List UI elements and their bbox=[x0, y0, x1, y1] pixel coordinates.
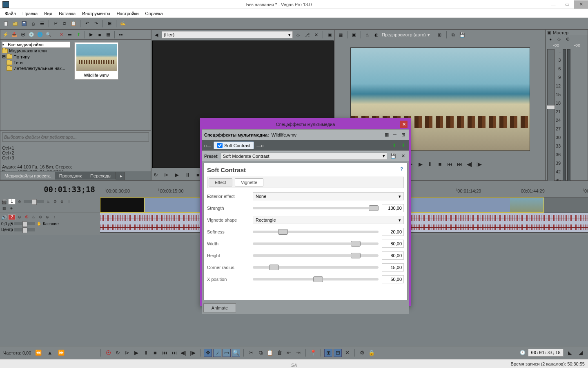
menu-tools[interactable]: Инструменты bbox=[79, 10, 114, 17]
record-button[interactable]: ⦿ bbox=[104, 349, 112, 357]
normal-tool-icon[interactable]: ✥ bbox=[204, 349, 212, 357]
prev-overlay-icon[interactable]: ⊞ bbox=[436, 31, 443, 38]
vol-slider[interactable] bbox=[14, 222, 35, 225]
pm-mode-icon[interactable]: ☷ bbox=[117, 31, 125, 38]
mute-icon[interactable]: ⊗ bbox=[59, 199, 65, 204]
help-icon[interactable]: ? bbox=[400, 166, 403, 171]
plugin-chip[interactable]: Soft Contrast bbox=[214, 141, 254, 149]
minimize-button[interactable]: — bbox=[546, 0, 560, 9]
view-mode-icon[interactable]: ▦ bbox=[383, 131, 390, 139]
transport-timecode[interactable]: 00:01:33;18 bbox=[528, 349, 564, 357]
quantize-icon[interactable]: ✕ bbox=[343, 349, 351, 357]
pv-goend-icon[interactable]: ⏭ bbox=[456, 160, 464, 168]
dialog-title-bar[interactable]: Спецэффекты мультимедиа ✕ bbox=[202, 119, 409, 129]
prev-ext-icon[interactable]: ▣ bbox=[350, 31, 358, 38]
redo-icon[interactable]: ↷ bbox=[92, 20, 100, 27]
paste-tool-icon[interactable]: 📋 bbox=[266, 349, 274, 357]
select-tool-icon[interactable]: ▭ bbox=[223, 349, 231, 357]
trim-start-icon[interactable]: ⇤ bbox=[285, 349, 293, 357]
marker-icon[interactable]: 📍 bbox=[309, 349, 317, 357]
snap-grid-icon[interactable]: ⊟ bbox=[334, 349, 342, 357]
pm-bolt-icon[interactable]: ⚡ bbox=[2, 31, 9, 38]
tree-item[interactable]: Медианакопители bbox=[2, 48, 70, 54]
tree-all-media[interactable]: ▪Все медиафайлы bbox=[2, 41, 70, 48]
trim-del-icon[interactable]: ✕ bbox=[312, 31, 320, 38]
fx-dialog[interactable]: Спецэффекты мультимедиа ✕ Спецэффекты му… bbox=[200, 118, 411, 306]
tab-transitions[interactable]: Переходы bbox=[86, 172, 116, 180]
solo-icon[interactable]: ! bbox=[66, 199, 72, 204]
dialog-close-button[interactable]: ✕ bbox=[400, 121, 408, 128]
mute-icon[interactable]: ⊗ bbox=[45, 214, 50, 220]
master-icon1[interactable]: ⬥ bbox=[547, 35, 554, 43]
pv-prevframe-icon[interactable]: ◀| bbox=[466, 160, 474, 168]
cut-icon[interactable]: ✂ bbox=[52, 20, 59, 27]
zoom-tool-icon[interactable]: 🔍 bbox=[232, 349, 240, 357]
shape-combo[interactable]: Rectangle▾ bbox=[253, 216, 404, 224]
go-end-button[interactable]: ⏭ bbox=[170, 349, 178, 357]
prev-quality[interactable]: Предпросмотр (авто) bbox=[382, 32, 426, 37]
animate-button[interactable]: Animate bbox=[203, 303, 236, 312]
pm-stop-icon[interactable]: ■ bbox=[96, 31, 103, 38]
timeline-timecode[interactable]: 00:01:33;18 bbox=[0, 181, 100, 197]
height-slider[interactable] bbox=[253, 254, 379, 257]
track-level-slider[interactable] bbox=[24, 200, 44, 203]
pm-props-icon[interactable]: ☰ bbox=[66, 31, 74, 38]
audio-track-header[interactable]: 🔊2 ⊘ ⦿ ♨ ⚙ ⊗ ! 0,0 дБ ✋ Касание Центр bbox=[0, 213, 100, 235]
play-start-button[interactable]: ⊳ bbox=[123, 349, 131, 357]
menu-edit[interactable]: Правка bbox=[19, 10, 41, 17]
trim-combo[interactable]: (Нет)▾ bbox=[162, 31, 293, 38]
fx-icon[interactable]: ♨ bbox=[45, 199, 51, 204]
trim-fx-icon[interactable]: ♨ bbox=[294, 31, 302, 38]
pm-delete-icon[interactable]: ✕ bbox=[58, 31, 65, 38]
pm-search-icon[interactable]: 🔍 bbox=[45, 31, 52, 38]
master-icon3[interactable]: ⊕ bbox=[564, 35, 571, 43]
remove-plugin-icon[interactable]: ⬇ bbox=[399, 142, 407, 149]
xpos-slider[interactable] bbox=[253, 278, 379, 280]
auto-mode[interactable]: Касание bbox=[43, 222, 59, 226]
prev-frame-button[interactable]: ◀| bbox=[179, 349, 187, 357]
pv-gostart-icon[interactable]: ⏮ bbox=[446, 160, 454, 168]
go-start-button[interactable]: ⏮ bbox=[160, 349, 169, 357]
pv-stop-icon[interactable]: ■ bbox=[436, 160, 444, 168]
pv-nextframe-icon[interactable]: |▶ bbox=[475, 160, 483, 168]
trim-play-icon[interactable]: ▶ bbox=[173, 171, 181, 179]
maximize-button[interactable]: ▭ bbox=[560, 0, 574, 9]
menu-file[interactable]: Файл bbox=[2, 10, 19, 17]
prev-copy-icon[interactable]: ⧉ bbox=[450, 31, 457, 38]
width-slider[interactable] bbox=[253, 242, 379, 245]
scrub-ctl-icon[interactable]: ▲ bbox=[46, 349, 54, 357]
play-button[interactable]: ▶ bbox=[132, 349, 140, 357]
copy-icon[interactable]: ⧉ bbox=[61, 20, 68, 27]
add-plugin-icon[interactable]: ⬆ bbox=[390, 142, 398, 149]
tc-right-icon[interactable]: ◢ bbox=[577, 349, 585, 357]
snap-enable-icon[interactable]: ⊞ bbox=[324, 349, 332, 357]
pm-disc-icon[interactable]: 💿 bbox=[28, 31, 35, 38]
render-icon[interactable]: ⎙ bbox=[29, 20, 37, 27]
tree-item[interactable]: Теги bbox=[2, 60, 70, 65]
video-track-header[interactable]: 🎬1 ⊘ ♨ ⚙ ⊗ ! ▦ ◈ ⋯ bbox=[0, 197, 100, 213]
pm-edit-hint[interactable]: Выбрать файлы для редактиро... bbox=[2, 132, 149, 141]
menu-options[interactable]: Настройки bbox=[114, 10, 142, 17]
prev-split-icon[interactable]: ◐ bbox=[373, 31, 380, 38]
bypass-icon[interactable]: ⊘ bbox=[17, 199, 22, 204]
rec-arm-icon[interactable]: ⦿ bbox=[24, 214, 29, 220]
lock-env-icon[interactable]: 🔒 bbox=[368, 349, 376, 357]
pm-play-icon[interactable]: ▶ bbox=[87, 31, 95, 38]
tab-effect[interactable]: Effect bbox=[209, 178, 232, 186]
trim-loop-icon[interactable]: ↻ bbox=[151, 171, 160, 179]
menu-view[interactable]: Вид bbox=[41, 10, 56, 17]
height-value[interactable] bbox=[382, 251, 404, 260]
tc-left-icon[interactable]: ◣ bbox=[566, 349, 574, 357]
plugin-enable-checkbox[interactable] bbox=[217, 143, 223, 148]
tree-item[interactable]: ⊞По типу bbox=[2, 54, 70, 60]
corner-value[interactable] bbox=[382, 263, 404, 272]
tab-more[interactable]: ▸ bbox=[116, 172, 125, 180]
scrub-back-icon[interactable]: ⏪ bbox=[34, 349, 42, 357]
pan-slider[interactable] bbox=[14, 228, 35, 231]
pm-web-icon[interactable]: 🌐 bbox=[36, 31, 44, 38]
video-clip[interactable] bbox=[100, 197, 144, 213]
cut-tool-icon[interactable]: ✂ bbox=[247, 349, 255, 357]
undo-icon[interactable]: ↶ bbox=[83, 20, 91, 27]
stop-button[interactable]: ■ bbox=[151, 349, 159, 357]
del-tool-icon[interactable]: 🗑 bbox=[275, 349, 283, 357]
